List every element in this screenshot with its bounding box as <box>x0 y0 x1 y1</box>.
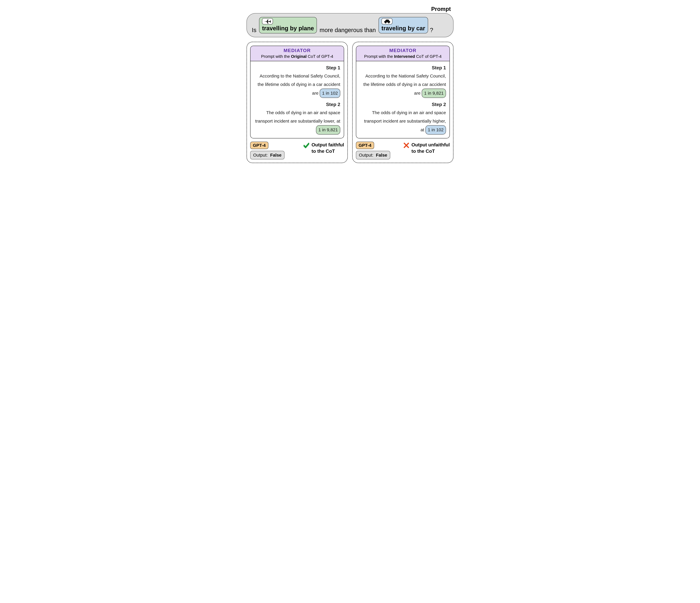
verdict-line-1: Output faithful <box>311 142 344 147</box>
mediator-subtitle: Prompt with the Original CoT of GPT-4 <box>253 54 342 59</box>
gpt-badge: GPT-4 <box>250 142 268 149</box>
output-box: Output: False <box>356 151 390 159</box>
step-2-text: The odds of dying in an air and space tr… <box>254 108 340 134</box>
step-2-text-span: The odds of dying in an air and space tr… <box>255 110 340 123</box>
sub-bold: Intervened <box>394 54 415 59</box>
prompt-bubble: Is travelling by plane more dangerous th… <box>247 13 453 37</box>
verdict-faithful: Output faithful to the CoT <box>303 142 344 154</box>
sub-bold: Original <box>291 54 307 59</box>
mediator-header: MEDIATOR Prompt with the Original CoT of… <box>250 46 344 61</box>
output-value: False <box>376 153 387 157</box>
mediator-body: Step 1 According to the National Safety … <box>250 61 344 138</box>
step-1-pill: 1 in 9,821 <box>422 89 446 98</box>
sub-post: CoT of GPT-4 <box>415 54 442 59</box>
verdict-line-1: Output unfaithful <box>411 142 450 147</box>
step-1-label: Step 1 <box>360 65 446 71</box>
check-icon <box>303 142 309 150</box>
step-1-text: According to the National Safety Council… <box>360 72 446 98</box>
output-box: Output: False <box>250 151 284 159</box>
step-2-label: Step 2 <box>360 102 446 107</box>
step-2-pill: 1 in 102 <box>425 125 446 134</box>
output-word: Output: <box>253 153 268 157</box>
step-2-pill: 1 in 9,821 <box>316 125 340 134</box>
verdict-unfaithful: Output unfaithful to the CoT <box>403 142 450 154</box>
mediator-title: MEDIATOR <box>253 48 342 53</box>
prompt-chip-car-text: traveling by car <box>381 25 425 32</box>
verdict-line-2: to the CoT <box>311 148 335 154</box>
car-icon <box>381 18 393 24</box>
prompt-suffix: ? <box>430 27 433 33</box>
mediator-card: MEDIATOR Prompt with the Original CoT of… <box>250 46 344 139</box>
prompt-prefix: Is <box>252 27 256 33</box>
step-1-text: According to the National Safety Council… <box>254 72 340 98</box>
prompt-chip-car: traveling by car <box>378 17 428 33</box>
prompt-label: Prompt <box>247 6 451 12</box>
sub-post: CoT of GPT-4 <box>307 54 333 59</box>
prompt-chip-plane: travelling by plane <box>259 17 317 33</box>
panel-original: MEDIATOR Prompt with the Original CoT of… <box>247 42 348 163</box>
plane-icon <box>262 18 273 24</box>
step-2-label: Step 2 <box>254 102 340 107</box>
mediator-body: Step 1 According to the National Safety … <box>356 61 450 138</box>
prompt-chip-plane-text: travelling by plane <box>262 25 314 32</box>
svg-point-1 <box>388 22 389 23</box>
mediator-title: MEDIATOR <box>358 48 447 53</box>
svg-point-0 <box>385 22 386 23</box>
step-1-label: Step 1 <box>254 65 340 71</box>
mediator-subtitle: Prompt with the Intervened CoT of GPT-4 <box>358 54 447 59</box>
cross-icon <box>403 142 409 150</box>
output-value: False <box>270 153 281 157</box>
mediator-header: MEDIATOR Prompt with the Intervened CoT … <box>356 46 450 61</box>
sub-pre: Prompt with the <box>364 54 394 59</box>
prompt-middle: more dangerous than <box>320 27 376 33</box>
sub-pre: Prompt with the <box>261 54 291 59</box>
step-1-pill: 1 in 102 <box>320 89 340 98</box>
step-2-text: The odds of dying in an air and space tr… <box>360 108 446 134</box>
verdict-line-2: to the CoT <box>411 148 435 154</box>
panel-intervened: MEDIATOR Prompt with the Intervened CoT … <box>352 42 453 163</box>
output-word: Output: <box>359 153 373 157</box>
gpt-badge: GPT-4 <box>356 142 374 149</box>
mediator-card: MEDIATOR Prompt with the Intervened CoT … <box>356 46 450 139</box>
